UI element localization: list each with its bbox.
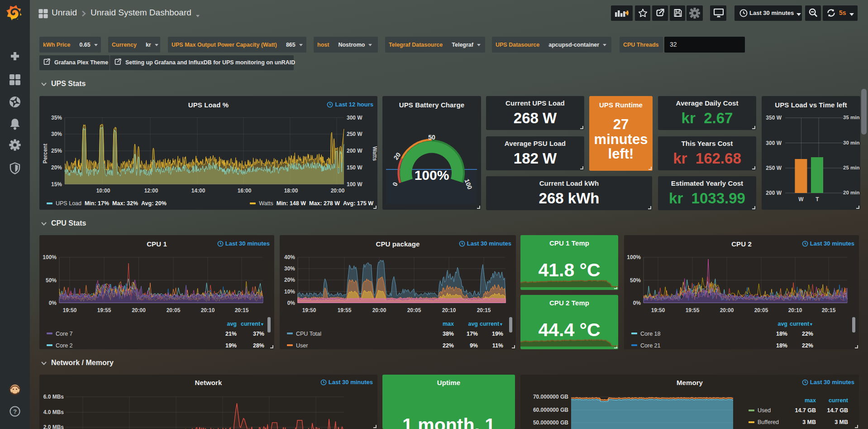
svg-text:?: ?: [13, 408, 17, 415]
svg-text:50: 50: [428, 134, 435, 141]
